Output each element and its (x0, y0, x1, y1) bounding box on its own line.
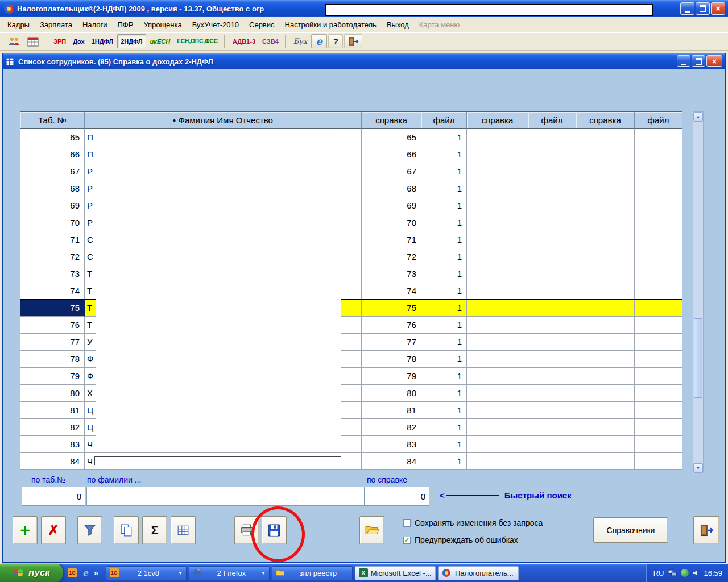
cell-fajl-2[interactable] (528, 248, 576, 265)
cell-fajl-1[interactable]: 1 (421, 419, 467, 436)
cell-fajl-3[interactable] (635, 351, 682, 368)
menu-pfr[interactable]: ПФР (112, 18, 138, 31)
cell-spravka-3[interactable] (576, 282, 635, 300)
zrp-button[interactable]: ЗРП (51, 34, 69, 48)
cell-fajl-2[interactable] (528, 197, 576, 214)
cell-tab[interactable]: 75 (20, 300, 85, 317)
header-tab-number[interactable]: Таб. № (20, 112, 85, 129)
cell-fajl-2[interactable] (528, 129, 576, 146)
cell-spravka-3[interactable] (576, 146, 635, 163)
cell-fajl-3[interactable] (635, 265, 682, 282)
cell-fajl-3[interactable] (635, 419, 682, 436)
cell-fajl-1[interactable]: 1 (421, 436, 467, 453)
cell-tab[interactable]: 72 (20, 248, 85, 265)
header-fajl-2[interactable]: файл (528, 112, 576, 129)
cell-tab[interactable]: 74 (20, 282, 85, 300)
cell-spravka-2[interactable] (467, 419, 528, 436)
ikesn-button[interactable]: икЕСН (147, 34, 173, 48)
cell-spravka-3[interactable] (576, 419, 635, 436)
cell-spravka-1[interactable]: 79 (362, 368, 421, 385)
cell-fajl-1[interactable]: 1 (421, 146, 467, 163)
cell-spravka-1[interactable]: 80 (362, 385, 421, 402)
cell-fajl-2[interactable] (528, 180, 576, 197)
task-excel[interactable]: X Microsoft Excel -... (355, 566, 436, 580)
menu-zarplata[interactable]: Зарплата (35, 18, 77, 31)
scroll-down-icon[interactable]: ▼ (693, 463, 703, 473)
cell-spravka-1[interactable]: 69 (362, 197, 421, 214)
cell-tab[interactable]: 68 (20, 180, 85, 197)
cell-fajl-3[interactable] (635, 214, 682, 231)
cell-spravka-2[interactable] (467, 214, 528, 231)
cell-fajl-3[interactable] (635, 248, 682, 265)
buh-button[interactable]: Бух (291, 34, 311, 48)
cell-fajl-2[interactable] (528, 385, 576, 402)
cell-fajl-1[interactable]: 1 (421, 334, 467, 351)
cell-spravka-2[interactable] (467, 334, 528, 351)
save-without-prompt-label[interactable]: Сохранять изменения без запроса (415, 518, 543, 527)
cell-tab[interactable]: 80 (20, 385, 85, 402)
cell-fajl-2[interactable] (528, 300, 576, 317)
cell-fajl-1[interactable]: 1 (421, 317, 467, 334)
sum-button[interactable]: Σ (142, 516, 167, 544)
cell-spravka-2[interactable] (467, 351, 528, 368)
cell-spravka-2[interactable] (467, 368, 528, 385)
cell-spravka-2[interactable] (467, 436, 528, 453)
search-by-spravka-input[interactable] (365, 487, 429, 506)
cell-spravka-2[interactable] (467, 265, 528, 282)
cell-spravka-2[interactable] (467, 402, 528, 419)
cell-fajl-1[interactable]: 1 (421, 300, 467, 317)
cell-spravka-1[interactable]: 70 (362, 214, 421, 231)
cell-spravka-1[interactable]: 67 (362, 163, 421, 180)
cell-spravka-1[interactable]: 84 (362, 453, 421, 470)
menu-servis[interactable]: Сервис (244, 18, 280, 31)
cell-fajl-3[interactable] (635, 146, 682, 163)
cell-spravka-3[interactable] (576, 129, 635, 146)
cell-fajl-3[interactable] (635, 231, 682, 248)
cell-tab[interactable]: 77 (20, 334, 85, 351)
cell-spravka-2[interactable] (467, 129, 528, 146)
cell-spravka-3[interactable] (576, 317, 635, 334)
menu-nastroyki[interactable]: Настройки и работодатель (280, 18, 382, 31)
menu-nalogi[interactable]: Налоги (77, 18, 113, 31)
cell-spravka-1[interactable]: 78 (362, 351, 421, 368)
menu-kadry[interactable]: Кадры (2, 18, 35, 31)
cell-spravka-2[interactable] (467, 197, 528, 214)
cell-spravka-1[interactable]: 68 (362, 180, 421, 197)
cell-fajl-3[interactable] (635, 402, 682, 419)
cell-fajl-1[interactable]: 1 (421, 368, 467, 385)
cell-spravka-2[interactable] (467, 146, 528, 163)
cell-fajl-1[interactable]: 1 (421, 453, 467, 470)
header-full-name[interactable]: • Фамилия Имя Отчество (85, 112, 362, 129)
cell-fajl-2[interactable] (528, 146, 576, 163)
header-fajl-3[interactable]: файл (635, 112, 682, 129)
close-button[interactable]: × (711, 2, 725, 15)
cell-spravka-1[interactable]: 72 (362, 248, 421, 265)
cell-fajl-3[interactable] (635, 129, 682, 146)
cell-tab[interactable]: 78 (20, 351, 85, 368)
cell-fajl-1[interactable]: 1 (421, 231, 467, 248)
clock[interactable]: 16:59 (704, 569, 722, 577)
menu-vyhod[interactable]: Выход (382, 18, 414, 31)
cell-fajl-1[interactable]: 1 (421, 197, 467, 214)
cell-fajl-3[interactable] (635, 180, 682, 197)
delete-button[interactable]: ✗ (41, 516, 66, 544)
cell-spravka-2[interactable] (467, 180, 528, 197)
directories-button[interactable]: Справочники (593, 517, 668, 543)
cell-spravka-3[interactable] (576, 180, 635, 197)
cell-fajl-2[interactable] (528, 351, 576, 368)
cell-spravka-3[interactable] (576, 265, 635, 282)
cell-tab[interactable]: 84 (20, 453, 85, 470)
restore-button[interactable] (696, 2, 710, 15)
cell-spravka-2[interactable] (467, 163, 528, 180)
cell-fajl-1[interactable]: 1 (421, 385, 467, 402)
cell-fajl-1[interactable]: 1 (421, 163, 467, 180)
help-button[interactable]: ? (328, 34, 343, 48)
cell-tab[interactable]: 82 (20, 419, 85, 436)
cell-spravka-3[interactable] (576, 402, 635, 419)
search-by-tab-input[interactable] (22, 487, 85, 506)
list-view-button[interactable] (171, 516, 196, 544)
child-restore-button[interactable] (692, 55, 705, 67)
cell-fajl-3[interactable] (635, 300, 682, 317)
cell-tab[interactable]: 65 (20, 129, 85, 146)
cell-spravka-1[interactable]: 75 (362, 300, 421, 317)
